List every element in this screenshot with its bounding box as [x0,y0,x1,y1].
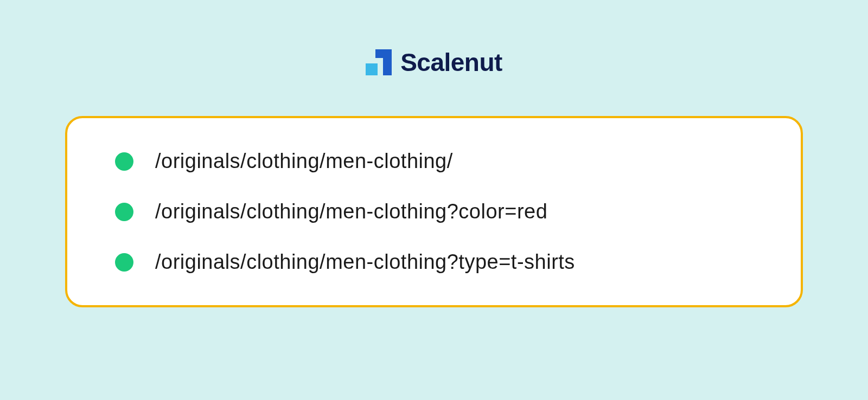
logo-icon [366,49,392,75]
url-path-text: /originals/clothing/men-clothing?color=r… [155,200,547,223]
bullet-icon [115,203,133,221]
url-path-text: /originals/clothing/men-clothing?type=t-… [155,250,575,274]
url-path-text: /originals/clothing/men-clothing/ [155,150,453,173]
url-examples-card: /originals/clothing/men-clothing/ /origi… [65,116,803,307]
bullet-icon [115,253,133,272]
list-item: /originals/clothing/men-clothing?type=t-… [115,250,763,274]
list-item: /originals/clothing/men-clothing/ [115,150,763,173]
brand-name: Scalenut [400,48,502,77]
bullet-icon [115,152,133,171]
list-item: /originals/clothing/men-clothing?color=r… [115,200,763,223]
brand-logo: Scalenut [366,48,502,77]
